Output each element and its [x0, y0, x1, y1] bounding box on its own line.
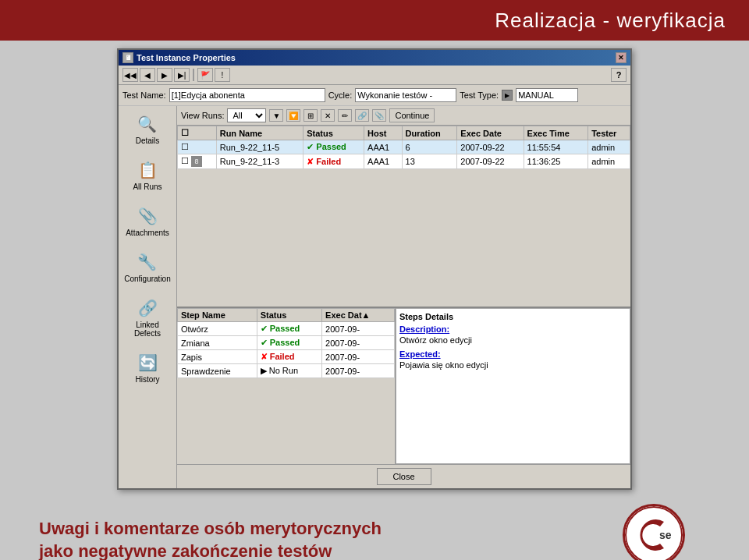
test-type-label: Test Type: [460, 90, 499, 100]
run-status-cell: ✘ Failed [304, 154, 364, 169]
run-duration-cell: 6 [402, 140, 457, 154]
sidebar-label-history: History [135, 375, 159, 384]
filter-btn-2[interactable]: 🔽 [286, 109, 300, 122]
flag-button[interactable]: 🚩 [197, 68, 213, 82]
lower-section: Step Name Status Exec Dat▲ Otwórz ✔ Pass… [177, 308, 630, 464]
step-col-execdate[interactable]: Exec Dat▲ [322, 309, 395, 322]
details-icon: 🔍 [136, 113, 159, 135]
run-check-cell[interactable]: ☐ 8 [178, 154, 217, 169]
col-header-check: ☐ [178, 126, 217, 140]
step-status-cell: ✔ Passed [257, 322, 321, 336]
bottom-bar: Close [177, 464, 630, 488]
edit-btn[interactable]: ✏ [338, 109, 352, 122]
col-header-host[interactable]: Host [364, 126, 402, 140]
attachment-btn[interactable]: 📎 [372, 109, 386, 122]
logo-svg: se [625, 506, 683, 560]
table-row[interactable]: ☐ Run_9-22_11-5 ✔ Passed AAA1 6 2007-09-… [178, 140, 630, 154]
sidebar-item-allruns[interactable]: 📋 All Runs [130, 156, 165, 194]
svg-text:se: se [659, 529, 672, 541]
sidebar-item-history[interactable]: 🔄 History [132, 349, 162, 387]
help-button[interactable]: ? [611, 68, 627, 82]
sidebar-item-attachments[interactable]: 📎 Attachments [122, 202, 172, 240]
close-dialog-button[interactable]: Close [377, 468, 431, 485]
link-btn[interactable]: 🔗 [355, 109, 369, 122]
history-icon: 🔄 [136, 352, 159, 374]
run-host-cell: AAA1 [364, 140, 402, 154]
step-status-cell: ✘ Failed [257, 350, 321, 364]
exclamation-button[interactable]: ! [215, 68, 230, 82]
step-execdate-cell: 2007-09- [322, 336, 395, 350]
step-col-name[interactable]: Step Name [178, 309, 257, 322]
attachments-icon: 📎 [136, 205, 159, 227]
step-row[interactable]: Zmiana ✔ Passed 2007-09- [178, 336, 395, 350]
logo-circle: se [623, 504, 685, 560]
filter-btn-1[interactable]: ▼ [269, 109, 283, 122]
steps-details-header: Steps Details [399, 312, 627, 321]
col-header-duration[interactable]: Duration [402, 126, 457, 140]
title-close-button[interactable]: ✕ [616, 52, 627, 63]
sidebar-label-attachments: Attachments [126, 229, 169, 237]
view-runs-bar: View Runs: All ▼ 🔽 ⊞ ✕ ✏ 🔗 📎 Continue [177, 106, 630, 126]
sidebar-label-details: Details [136, 136, 160, 145]
col-header-execdate[interactable]: Exec Date [457, 126, 524, 140]
view-runs-select[interactable]: All [227, 108, 266, 122]
step-col-status[interactable]: Status [257, 309, 321, 322]
view-runs-label: View Runs: [181, 111, 224, 120]
description-text: Otwórz okno edycji [399, 335, 627, 345]
title-bar: 🖥 Test Instance Properties ✕ [119, 50, 630, 66]
run-tester-cell: admin [588, 154, 630, 169]
sidebar-item-details[interactable]: 🔍 Details [133, 110, 163, 148]
expected-label: Expected: [399, 349, 627, 359]
sidebar-item-linkeddefects[interactable]: 🔗 Linked Defects [119, 294, 176, 341]
step-row[interactable]: Otwórz ✔ Passed 2007-09- [178, 322, 395, 336]
col-header-status[interactable]: Status [304, 126, 364, 140]
main-content: 🖥 Test Instance Properties ✕ ◀◀ ◀ ▶ ▶| 🚩… [0, 41, 749, 560]
delete-btn[interactable]: ✕ [321, 109, 335, 122]
main-toolbar: ◀◀ ◀ ▶ ▶| 🚩 ! ? [119, 66, 630, 85]
dialog-icon: 🖥 [122, 52, 133, 63]
filter-btn-3[interactable]: ⊞ [304, 109, 318, 122]
nav-next-button[interactable]: ▶ [157, 68, 172, 82]
col-header-runname[interactable]: Run Name [216, 126, 304, 140]
step-status-cell: ▶ No Run [257, 364, 321, 378]
footer-line2: jako negatywne zakończenie testów [39, 541, 382, 560]
step-row[interactable]: Zapis ✘ Failed 2007-09- [178, 350, 395, 364]
continue-label: Continue [395, 111, 429, 120]
linkeddefects-icon: 🔗 [136, 297, 159, 319]
test-name-input[interactable] [169, 88, 325, 102]
sidebar-item-configuration[interactable]: 🔧 Configuration [121, 248, 173, 286]
continue-button[interactable]: Continue [389, 108, 435, 122]
col-header-tester[interactable]: Tester [588, 126, 630, 140]
logo-area: se Software Engineering. Correctly. [598, 504, 710, 560]
step-execdate-cell: 2007-09- [322, 350, 395, 364]
expected-text: Pojawia się okno edycji [399, 360, 627, 370]
separator-1 [193, 69, 194, 81]
sidebar-label-configuration: Configuration [124, 275, 170, 283]
dialog-body: 🔍 Details 📋 All Runs 📎 Attachments 🔧 Con… [119, 106, 630, 488]
run-check-cell[interactable]: ☐ [178, 140, 217, 154]
run-name-cell: Run_9-22_11-5 [216, 140, 304, 154]
test-name-label: Test Name: [122, 90, 166, 100]
title-bar-left: 🖥 Test Instance Properties [122, 52, 236, 63]
step-name-cell: Zapis [178, 350, 257, 364]
footer-text: Uwagi i komentarze osób merytorycznych j… [39, 518, 382, 560]
svg-point-0 [626, 507, 682, 560]
test-type-icon: ▶ [502, 90, 513, 101]
step-name-cell: Zmiana [178, 336, 257, 350]
form-row: Test Name: Cycle: Test Type: ▶ [119, 85, 630, 106]
allruns-icon: 📋 [136, 159, 159, 181]
run-execdate-cell: 2007-09-22 [457, 140, 524, 154]
test-type-input[interactable] [516, 88, 578, 102]
col-header-exectime[interactable]: Exec Time [524, 126, 588, 140]
run-name-cell: Run_9-22_11-3 [216, 154, 304, 169]
step-row[interactable]: Sprawdzenie ▶ No Run 2007-09- [178, 364, 395, 378]
footer-area: Uwagi i komentarze osób merytorycznych j… [16, 490, 733, 560]
nav-first-button[interactable]: ◀◀ [122, 68, 138, 82]
table-row[interactable]: ☐ 8 Run_9-22_11-3 ✘ Failed AAA1 13 2007-… [178, 154, 630, 169]
nav-prev-button[interactable]: ◀ [140, 68, 155, 82]
steps-details-area: Steps Details Description: Otwórz okno e… [396, 308, 630, 464]
step-execdate-cell: 2007-09- [322, 364, 395, 378]
nav-last-button[interactable]: ▶| [174, 68, 190, 82]
header-bar: Realizacja - weryfikacja [0, 0, 749, 41]
cycle-input[interactable] [355, 88, 456, 102]
